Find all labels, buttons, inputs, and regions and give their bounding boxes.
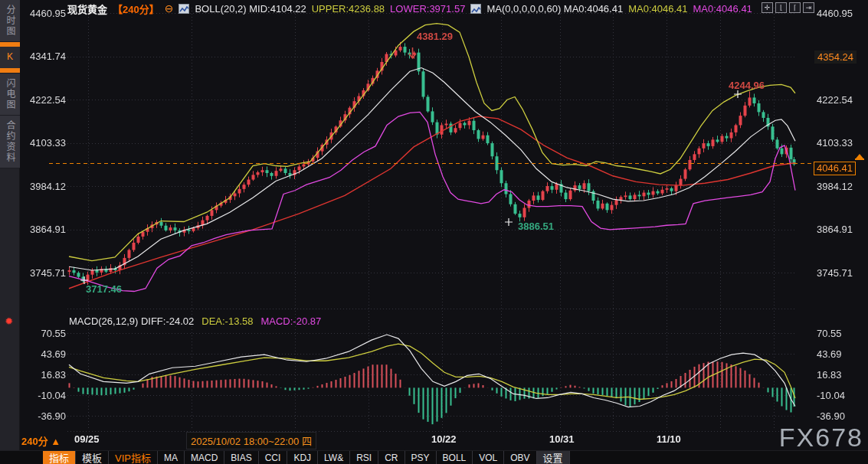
collapse-icon[interactable]: ⊖ [165,4,174,14]
toolbar-spacer [0,451,43,464]
ma-magenta-value: MA0:4046.41 [693,3,752,15]
macd-axis-label: -36.90 [817,410,845,422]
macd-dea-value: DEA:-13.58 [201,315,253,327]
pane-layout-left-icon[interactable]: ⌊ [775,2,787,13]
sidebar: 分时图 K线图 闪电图 合约资料 ✹ [0,0,20,450]
crosshair-date-tooltip: 2025/10/02 18:00~22:00 四 [186,432,316,449]
expand-pane-icon[interactable]: ⇥ [803,2,814,13]
price-axis-label: 3864.91 [817,224,853,235]
chart-header: 现货黄金 【240分】 ⊖ BOLL(20,2) MID:4104.22 UPP… [67,2,752,15]
pane-layout-right-icon[interactable]: ⌈ [789,2,801,13]
macd-axis-label: 70.55 [23,328,66,339]
x-axis-date: 10/22 [431,433,457,445]
current-price-badge: 4046.41 [814,162,856,175]
macd-value: MACD:-20.87 [260,315,321,327]
toolbar-item-template[interactable]: 模板 [76,451,109,464]
price-axis-label: 4103.33 [817,137,853,149]
toolbar-item-psy[interactable]: PSY [405,451,437,464]
price-axis-label: 4222.54 [817,94,853,106]
toolbar-item-ma[interactable]: MA [158,451,185,464]
toolbar-item-vol[interactable]: VOL [473,451,504,464]
price-axis-label: 3745.71 [817,267,853,279]
toolbar-item-lw[interactable]: LW& [318,451,350,464]
price-axis-label: 3745.71 [23,267,66,279]
macd-axis-label: -10.04 [817,390,845,401]
toolbar-item-vip-indicator[interactable]: VIP指标 [109,451,158,464]
swing-high-annotation: 4244.96 [729,80,765,91]
x-axis-date: 10/31 [549,433,575,445]
price-axis-label: 3984.12 [23,181,66,192]
chart-tool-icons: ✛ ⌊ ⌈ ⇥ [762,2,814,13]
current-price-marker-icon [856,154,863,158]
price-axis-label: 4460.95 [23,8,66,19]
macd-axis-label: 43.69 [23,348,66,360]
macd-axis-label: 43.69 [817,348,842,360]
price-axis-label: 4103.33 [23,137,66,149]
x-axis-date: 09/25 [74,433,100,445]
toolbar-item-kdj[interactable]: KDJ [287,451,318,464]
macd-title: MACD(26,12,9) DIFF:-24.02 [69,315,194,327]
watermark: FX678 [779,423,863,453]
toolbar-item-obv[interactable]: OBV [504,451,536,464]
macd-axis-label: -36.90 [23,410,66,422]
period-low-annotation: 3717.46 [86,283,122,295]
boll-mid-value: BOLL(20,2) MID:4104.22 [195,3,306,15]
macd-axis-label: 16.83 [23,369,66,381]
toolbar-item-macd[interactable]: MACD [185,451,224,464]
price-axis-label: 4460.95 [817,8,853,19]
crosshair-icon[interactable]: ✛ [762,2,773,13]
toolbar-item-bias[interactable]: BIAS [224,451,258,464]
boll-upper-value: UPPER:4236.88 [312,3,385,15]
high-mark-badge: 4354.24 [814,51,857,64]
toolbar-item-indicator[interactable]: 指标 [43,451,76,464]
symbol-name: 现货黄金 [67,2,107,16]
sidebar-item-time-chart[interactable]: 分时图 [0,0,20,42]
high-annotation: 4381.29 [417,31,453,42]
boll-chart-icon[interactable] [179,4,189,14]
chart-application: 分时图 K线图 闪电图 合约资料 ✹ 现货黄金 【240分】 ⊖ BOLL(20… [0,0,868,464]
x-axis-date: 11/10 [657,433,681,445]
sidebar-item-lightning-chart[interactable]: 闪电图 [0,74,20,116]
price-axis-label: 4341.74 [23,51,66,62]
ma-yellow-value: MA0:4046.41 [628,3,687,15]
price-axis-label: 3864.91 [23,224,66,235]
period-selector[interactable]: 240分 ▲ [21,433,61,448]
kline-tab-head: K [0,47,20,68]
macd-axis-label: 70.55 [817,328,842,339]
boll-lower-value: LOWER:3971.57 [390,3,465,15]
toolbar-item-boll[interactable]: BOLL [437,451,473,464]
macd-axis-label: 16.83 [817,369,842,381]
toolbar-item-cr[interactable]: CR [378,451,405,464]
swing-low-annotation: 3886.51 [518,221,554,232]
price-axis-label: 3984.12 [817,181,853,192]
indicator-toolbar: 指标 模板 VIP指标 MA MACD BIAS CCI KDJ LW& RSI… [0,450,868,464]
period-label: 【240分】 [113,2,159,16]
toolbar-item-settings[interactable]: 设置 [537,451,570,464]
price-axis-label: 4222.54 [23,94,66,106]
toolbar-item-cci[interactable]: CCI [259,451,288,464]
candlestick-chart-canvas[interactable] [0,0,868,464]
macd-header: MACD(26,12,9) DIFF:-24.02 DEA:-13.58 MAC… [69,315,321,327]
ma-white-value: MA(0,0,0,0,0,60) MA0:4046.41 [486,3,623,15]
alert-icon[interactable]: ✹ [5,315,13,327]
macd-axis-label: -10.04 [23,390,66,401]
ma-chart-icon[interactable] [470,4,481,14]
sidebar-item-contract-info[interactable]: 合约资料 [0,116,20,168]
toolbar-item-rsi[interactable]: RSI [350,451,378,464]
sidebar-item-kline-chart[interactable]: K线图 [0,42,20,74]
